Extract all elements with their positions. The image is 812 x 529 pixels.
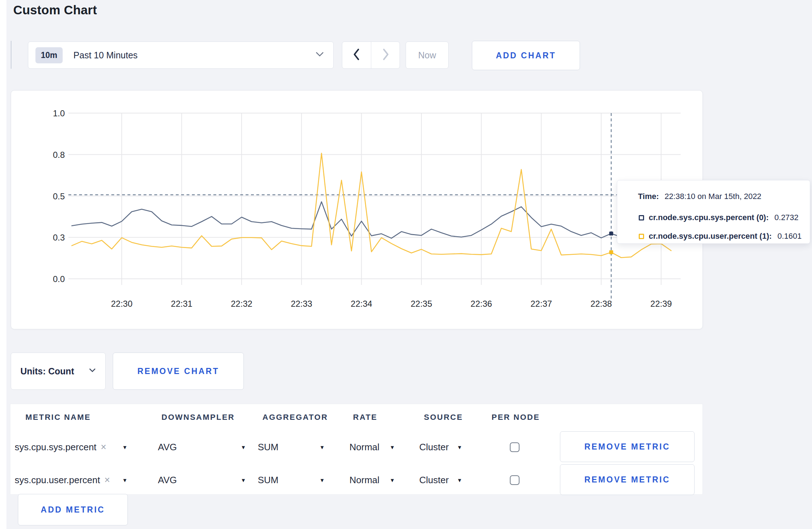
series-line [72, 202, 671, 238]
col-header-per-node: PER NODE [492, 413, 540, 422]
y-axis-tick-label: 0.8 [53, 150, 65, 160]
timeseries-chart[interactable]: 0.00.30.50.81.022:3022:3122:3222:3322:34… [11, 91, 703, 330]
x-axis-tick-label: 22:39 [651, 299, 672, 309]
time-pager [342, 42, 400, 69]
col-header-aggregator: AGGREGATOR [262, 413, 328, 422]
per-node-checkbox[interactable] [510, 442, 519, 452]
x-axis-tick-label: 22:30 [111, 299, 132, 309]
downsampler-value: AVG [158, 475, 177, 486]
series-sys-swatch-icon [639, 215, 644, 220]
metric-row: sys.cpu.user.percent × ▼ AVG ▼ SUM ▼ Nor… [10, 464, 702, 496]
y-axis-tick-label: 1.0 [53, 108, 65, 118]
downsampler-value: AVG [158, 442, 177, 453]
caret-down-icon: ▼ [241, 477, 246, 483]
x-axis-tick-label: 22:32 [231, 299, 252, 309]
tooltip-series-label: cr.node.sys.cpu.user.percent (1): [649, 232, 772, 241]
caret-down-icon: ▼ [241, 444, 246, 450]
chevron-down-icon [315, 52, 324, 59]
aggregator-select[interactable]: SUM ▼ [258, 464, 325, 496]
x-axis-tick-label: 22:35 [411, 299, 432, 309]
y-axis-tick-label: 0.0 [53, 274, 65, 284]
source-value: Cluster [419, 442, 449, 453]
col-header-source: SOURCE [424, 413, 463, 422]
col-header-rate: RATE [353, 413, 377, 422]
left-edge-strip [0, 0, 6, 529]
chevron-right-icon [381, 48, 390, 62]
units-select[interactable]: Units: Count [11, 353, 106, 390]
aggregator-value: SUM [258, 475, 279, 486]
chart-hover-tooltip: Time: 22:38:10 on Mar 15th, 2022 cr.node… [617, 180, 810, 244]
crosshair-point [609, 250, 613, 254]
metric-name-select[interactable]: sys.cpu.sys.percent × ▼ [15, 431, 127, 463]
col-header-metric-name: METRIC NAME [25, 413, 91, 422]
metric-name-select[interactable]: sys.cpu.user.percent × ▼ [15, 464, 127, 496]
metric-name-value: sys.cpu.user.percent [15, 475, 100, 486]
y-axis-tick-label: 0.5 [53, 191, 65, 201]
crosshair-point [609, 232, 613, 236]
per-node-checkbox[interactable] [510, 475, 519, 485]
aggregator-value: SUM [258, 442, 279, 453]
caret-down-icon: ▼ [319, 477, 325, 483]
metric-name-value: sys.cpu.sys.percent [15, 442, 96, 453]
prev-range-button[interactable] [342, 42, 371, 68]
caret-down-icon: ▼ [457, 444, 462, 450]
downsampler-select[interactable]: AVG ▼ [158, 464, 246, 496]
rate-value: Normal [349, 475, 380, 486]
time-range-select[interactable]: 10m Past 10 Minutes [28, 42, 334, 69]
units-label: Units: Count [20, 366, 89, 377]
add-metric-button[interactable]: ADD METRIC [18, 494, 128, 525]
remove-metric-button[interactable]: REMOVE METRIC [560, 464, 695, 495]
clear-metric-icon[interactable]: × [101, 442, 106, 453]
chevron-down-icon [89, 368, 96, 374]
caret-down-icon: ▼ [122, 477, 127, 483]
time-range-label: Past 10 Minutes [73, 50, 315, 60]
source-select[interactable]: Cluster ▼ [419, 431, 462, 463]
source-value: Cluster [419, 475, 449, 486]
next-range-button[interactable] [371, 42, 400, 68]
tooltip-time-label: Time: [638, 192, 659, 201]
clear-metric-icon[interactable]: × [104, 475, 110, 486]
downsampler-select[interactable]: AVG ▼ [158, 431, 246, 463]
x-axis-tick-label: 22:36 [470, 299, 492, 309]
remove-metric-button[interactable]: REMOVE METRIC [560, 431, 695, 462]
rate-select[interactable]: Normal ▼ [349, 464, 395, 496]
chevron-left-icon [352, 48, 361, 62]
x-axis-tick-label: 22:33 [291, 299, 312, 309]
caret-down-icon: ▼ [319, 444, 325, 450]
rate-value: Normal [349, 442, 380, 453]
series-user-swatch-icon [639, 234, 644, 239]
x-axis-tick-label: 22:37 [531, 299, 552, 309]
caret-down-icon: ▼ [390, 444, 395, 450]
x-axis-tick-label: 22:34 [351, 299, 372, 309]
now-button[interactable]: Now [406, 42, 449, 69]
tooltip-series-value: 0.1601 [778, 232, 802, 241]
aggregator-select[interactable]: SUM ▼ [258, 431, 325, 463]
x-axis-tick-label: 22:31 [171, 299, 192, 309]
series-line [72, 153, 671, 258]
caret-down-icon: ▼ [122, 444, 127, 450]
metrics-table-header: METRIC NAME DOWNSAMPLER AGGREGATOR RATE … [10, 413, 702, 423]
source-select[interactable]: Cluster ▼ [419, 464, 462, 496]
caret-down-icon: ▼ [390, 477, 395, 483]
toolbar-divider [11, 41, 11, 69]
y-axis-tick-label: 0.3 [53, 233, 65, 242]
metrics-table: METRIC NAME DOWNSAMPLER AGGREGATOR RATE … [10, 404, 703, 495]
rate-select[interactable]: Normal ▼ [349, 431, 395, 463]
remove-chart-button[interactable]: REMOVE CHART [113, 353, 244, 390]
caret-down-icon: ▼ [457, 477, 462, 483]
col-header-downsampler: DOWNSAMPLER [161, 413, 235, 422]
tooltip-time-value: 22:38:10 on Mar 15th, 2022 [664, 192, 761, 201]
chart-card: 0.00.30.50.81.022:3022:3122:3222:3322:34… [11, 90, 703, 329]
time-range-badge: 10m [35, 47, 63, 63]
tooltip-series-value: 0.2732 [774, 213, 798, 222]
x-axis-tick-label: 22:38 [590, 299, 612, 309]
add-chart-button[interactable]: ADD CHART [472, 41, 580, 70]
page-title: Custom Chart [13, 3, 97, 17]
tooltip-series-label: cr.node.sys.cpu.sys.percent (0): [649, 213, 769, 222]
metric-row: sys.cpu.sys.percent × ▼ AVG ▼ SUM ▼ Norm… [10, 431, 702, 463]
